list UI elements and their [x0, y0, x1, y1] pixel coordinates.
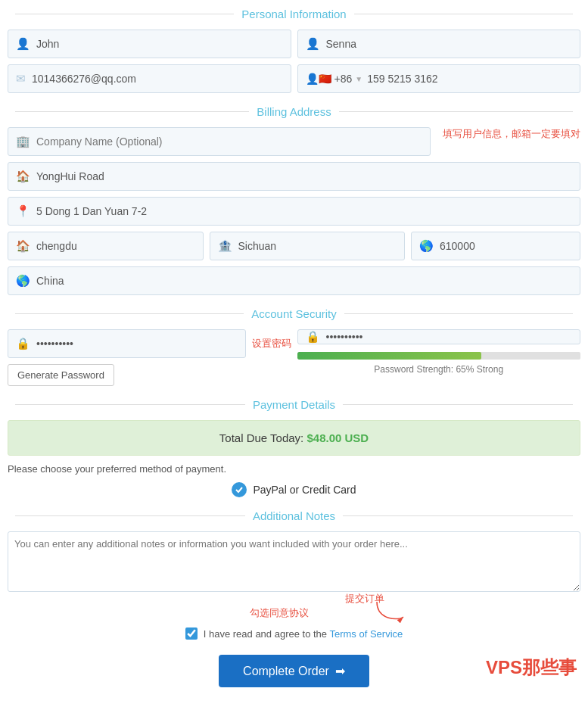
email-input[interactable]: [32, 73, 283, 85]
name-row: 👤 👤: [8, 30, 580, 58]
password-input[interactable]: [36, 338, 238, 350]
country-input[interactable]: [36, 275, 572, 287]
city-input[interactable]: [36, 240, 195, 252]
address-icon: 🏠: [16, 170, 30, 183]
payment-details-title: Payment Details: [8, 398, 580, 411]
city-state-zip-row: 🏠 🏦 🌎: [8, 232, 580, 260]
email-icon: ✉: [16, 72, 26, 86]
arrow-icon: [373, 598, 411, 624]
billing-annotation: 填写用户信息，邮箱一定要填对: [443, 127, 580, 156]
password-left: 🔒 设置密码 Generate Password: [8, 329, 291, 386]
total-label: Total Due Today:: [219, 431, 303, 444]
state-input[interactable]: [238, 240, 397, 252]
additional-notes-title: Additional Notes: [8, 509, 580, 522]
arrow-right-icon: ➡: [335, 664, 345, 678]
email-field[interactable]: ✉: [8, 64, 291, 93]
address2-row: 📍: [8, 197, 580, 226]
country-field[interactable]: 🌎: [8, 266, 580, 295]
phone-icon: 👤: [306, 73, 319, 85]
zip-input[interactable]: [440, 240, 572, 252]
phone-input[interactable]: [367, 73, 572, 85]
footer-section: 勾选同意协议 提交订单 I have rea: [8, 606, 580, 687]
company-input[interactable]: [36, 135, 422, 148]
payment-option-label: PayPal or Credit Card: [253, 484, 356, 496]
company-row: 🏢 填写用户信息，邮箱一定要填对: [8, 127, 580, 156]
total-amount: $48.00 USD: [306, 431, 369, 444]
lock-icon-2: 🔒: [306, 330, 320, 344]
state-icon: 🏦: [218, 239, 232, 253]
address1-field[interactable]: 🏠: [8, 162, 580, 191]
billing-address-title: Billing Address: [8, 105, 580, 118]
password-annotation: 设置密码: [252, 337, 291, 350]
vps-label: VPS那些事: [486, 656, 577, 680]
password-strength-bar-container: [297, 352, 581, 360]
payment-check-icon: [232, 482, 247, 497]
company-field[interactable]: 🏢: [8, 127, 431, 156]
payment-prompt: Please choose your preferred method of p…: [8, 463, 580, 475]
city-icon: 🏠: [16, 239, 30, 253]
city-field[interactable]: 🏠: [8, 232, 204, 260]
password-strength-bar: [297, 352, 481, 360]
account-security-section: Account Security 🔒 设置密码 Generate Passwor…: [8, 307, 580, 386]
globe-icon: 🌎: [16, 274, 30, 288]
payment-option-row: PayPal or Credit Card: [8, 482, 580, 497]
confirm-password-field[interactable]: 🔒: [297, 329, 581, 344]
location-icon: 📍: [16, 204, 30, 218]
notes-textarea[interactable]: [8, 531, 580, 592]
billing-address-section: Billing Address 🏢 填写用户信息，邮箱一定要填对 🏠 📍: [8, 105, 580, 295]
confirm-password-input[interactable]: [326, 331, 573, 343]
checkmark-svg: [235, 485, 244, 494]
first-name-field[interactable]: 👤: [8, 30, 291, 58]
account-security-title: Account Security: [8, 307, 580, 320]
personal-info-title: Personal Information: [8, 8, 580, 20]
agree-checkbox[interactable]: [185, 627, 198, 640]
lock-icon: 🔒: [16, 337, 30, 350]
last-name-field[interactable]: 👤: [297, 30, 581, 58]
additional-notes-section: Additional Notes: [8, 509, 580, 594]
last-name-input[interactable]: [326, 38, 573, 50]
strength-label: Password Strength: 65% Strong: [297, 364, 581, 375]
zip-icon: 🌎: [419, 239, 434, 253]
generate-password-button[interactable]: Generate Password: [8, 364, 114, 386]
generate-btn-wrapper: Generate Password: [8, 364, 291, 386]
address1-row: 🏠: [8, 162, 580, 191]
page-wrapper: Personal Information 👤 👤 ✉ 👤: [0, 0, 588, 702]
user-icon: 👤: [16, 37, 30, 51]
complete-order-button[interactable]: Complete Order ➡: [219, 655, 369, 687]
payment-details-section: Payment Details Total Due Today: $48.00 …: [8, 398, 580, 497]
building-icon: 🏢: [16, 135, 30, 148]
address2-field[interactable]: 📍: [8, 197, 580, 226]
agree-annotation: 勾选同意协议: [250, 606, 309, 620]
user-icon-2: 👤: [306, 37, 320, 51]
password-right: 🔒 Password Strength: 65% Strong: [297, 329, 581, 375]
chevron-icon: ▼: [355, 75, 362, 83]
address2-input[interactable]: [36, 205, 572, 217]
password-field[interactable]: 🔒: [8, 329, 246, 358]
country-code: +86: [334, 73, 353, 85]
tos-link[interactable]: Terms of Service: [329, 628, 403, 640]
zip-field[interactable]: 🌎: [411, 232, 580, 260]
contact-row: ✉ 👤 🇨🇳 +86 ▼: [8, 64, 580, 93]
country-row: 🌎: [8, 266, 580, 295]
state-field[interactable]: 🏦: [210, 232, 406, 260]
agree-row: I have read and agree to the Terms of Se…: [8, 627, 580, 640]
total-box: Total Due Today: $48.00 USD: [8, 420, 580, 456]
flag-icon: 🇨🇳: [319, 73, 331, 85]
agree-text: I have read and agree to the Terms of Se…: [204, 628, 403, 640]
password-row: 🔒 设置密码 Generate Password 🔒: [8, 329, 580, 386]
address1-input[interactable]: [36, 170, 572, 182]
phone-field[interactable]: 👤 🇨🇳 +86 ▼: [297, 64, 581, 93]
personal-info-section: Personal Information 👤 👤 ✉ 👤: [8, 8, 580, 93]
page-container: Personal Information 👤 👤 ✉ 👤: [0, 0, 588, 702]
first-name-input[interactable]: [36, 38, 283, 50]
